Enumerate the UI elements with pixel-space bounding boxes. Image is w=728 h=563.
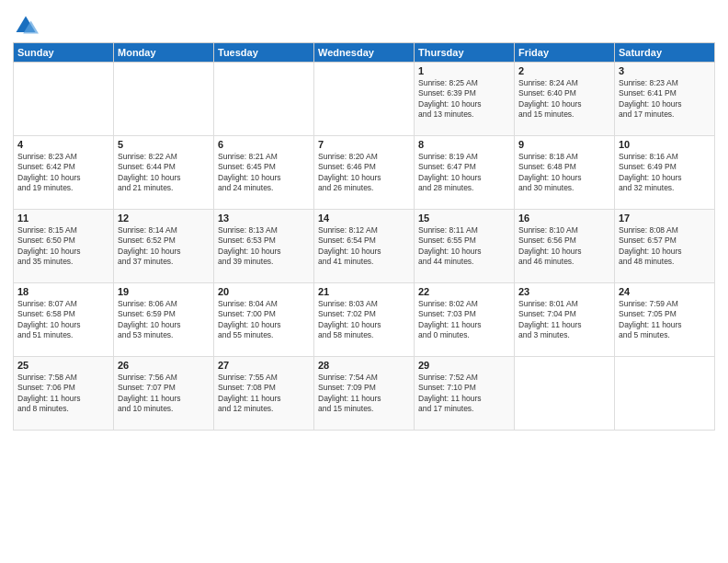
day-cell bbox=[615, 357, 715, 431]
day-info: Sunrise: 8:18 AM Sunset: 6:48 PM Dayligh… bbox=[518, 152, 610, 194]
day-number: 21 bbox=[318, 286, 410, 297]
header-row: SundayMondayTuesdayWednesdayThursdayFrid… bbox=[14, 43, 715, 63]
day-info: Sunrise: 8:19 AM Sunset: 6:47 PM Dayligh… bbox=[418, 152, 510, 194]
day-number: 18 bbox=[17, 286, 109, 297]
day-cell: 2Sunrise: 8:24 AM Sunset: 6:40 PM Daylig… bbox=[515, 63, 615, 136]
day-number: 3 bbox=[619, 65, 711, 76]
day-cell: 18Sunrise: 8:07 AM Sunset: 6:58 PM Dayli… bbox=[14, 283, 114, 357]
day-cell: 7Sunrise: 8:20 AM Sunset: 6:46 PM Daylig… bbox=[314, 136, 415, 210]
day-info: Sunrise: 8:06 AM Sunset: 6:59 PM Dayligh… bbox=[118, 299, 210, 341]
day-cell: 12Sunrise: 8:14 AM Sunset: 6:52 PM Dayli… bbox=[114, 210, 214, 283]
day-number: 2 bbox=[518, 65, 610, 76]
day-info: Sunrise: 8:13 AM Sunset: 6:53 PM Dayligh… bbox=[218, 225, 310, 268]
col-header-wednesday: Wednesday bbox=[314, 43, 415, 63]
day-cell: 21Sunrise: 8:03 AM Sunset: 7:02 PM Dayli… bbox=[314, 283, 415, 357]
day-number: 26 bbox=[118, 360, 210, 371]
day-number: 7 bbox=[318, 139, 410, 150]
day-cell: 5Sunrise: 8:22 AM Sunset: 6:44 PM Daylig… bbox=[114, 136, 214, 210]
day-info: Sunrise: 7:58 AM Sunset: 7:06 PM Dayligh… bbox=[17, 373, 109, 415]
week-row-3: 11Sunrise: 8:15 AM Sunset: 6:50 PM Dayli… bbox=[14, 210, 715, 283]
header bbox=[13, 9, 715, 39]
day-info: Sunrise: 8:25 AM Sunset: 6:39 PM Dayligh… bbox=[418, 78, 510, 121]
day-cell bbox=[214, 63, 314, 136]
day-info: Sunrise: 8:12 AM Sunset: 6:54 PM Dayligh… bbox=[318, 225, 410, 268]
col-header-friday: Friday bbox=[515, 43, 615, 63]
day-cell: 20Sunrise: 8:04 AM Sunset: 7:00 PM Dayli… bbox=[214, 283, 314, 357]
day-info: Sunrise: 8:01 AM Sunset: 7:04 PM Dayligh… bbox=[518, 299, 610, 341]
day-number: 14 bbox=[318, 213, 410, 224]
day-cell: 3Sunrise: 8:23 AM Sunset: 6:41 PM Daylig… bbox=[615, 63, 715, 136]
day-number: 13 bbox=[218, 213, 310, 224]
day-info: Sunrise: 7:54 AM Sunset: 7:09 PM Dayligh… bbox=[318, 373, 410, 415]
day-cell: 11Sunrise: 8:15 AM Sunset: 6:50 PM Dayli… bbox=[14, 210, 114, 283]
day-number: 29 bbox=[418, 360, 510, 371]
day-number: 20 bbox=[218, 286, 310, 297]
day-cell: 23Sunrise: 8:01 AM Sunset: 7:04 PM Dayli… bbox=[515, 283, 615, 357]
week-row-4: 18Sunrise: 8:07 AM Sunset: 6:58 PM Dayli… bbox=[14, 283, 715, 357]
day-info: Sunrise: 8:15 AM Sunset: 6:50 PM Dayligh… bbox=[17, 225, 109, 268]
day-cell: 24Sunrise: 7:59 AM Sunset: 7:05 PM Dayli… bbox=[615, 283, 715, 357]
day-number: 6 bbox=[218, 139, 310, 150]
day-cell bbox=[14, 63, 114, 136]
day-cell: 15Sunrise: 8:11 AM Sunset: 6:55 PM Dayli… bbox=[415, 210, 515, 283]
day-number: 1 bbox=[418, 65, 510, 76]
day-info: Sunrise: 7:56 AM Sunset: 7:07 PM Dayligh… bbox=[118, 373, 210, 415]
day-cell: 9Sunrise: 8:18 AM Sunset: 6:48 PM Daylig… bbox=[515, 136, 615, 210]
day-info: Sunrise: 8:04 AM Sunset: 7:00 PM Dayligh… bbox=[218, 299, 310, 341]
day-cell: 8Sunrise: 8:19 AM Sunset: 6:47 PM Daylig… bbox=[415, 136, 515, 210]
day-cell: 1Sunrise: 8:25 AM Sunset: 6:39 PM Daylig… bbox=[415, 63, 515, 136]
day-cell bbox=[314, 63, 415, 136]
day-info: Sunrise: 8:07 AM Sunset: 6:58 PM Dayligh… bbox=[17, 299, 109, 341]
day-info: Sunrise: 8:21 AM Sunset: 6:45 PM Dayligh… bbox=[218, 152, 310, 194]
logo bbox=[13, 13, 40, 39]
day-info: Sunrise: 7:52 AM Sunset: 7:10 PM Dayligh… bbox=[418, 373, 510, 415]
day-info: Sunrise: 8:03 AM Sunset: 7:02 PM Dayligh… bbox=[318, 299, 410, 341]
col-header-saturday: Saturday bbox=[615, 43, 715, 63]
week-row-5: 25Sunrise: 7:58 AM Sunset: 7:06 PM Dayli… bbox=[14, 357, 715, 431]
day-info: Sunrise: 8:20 AM Sunset: 6:46 PM Dayligh… bbox=[318, 152, 410, 194]
week-row-1: 1Sunrise: 8:25 AM Sunset: 6:39 PM Daylig… bbox=[14, 63, 715, 136]
day-number: 24 bbox=[619, 286, 711, 297]
day-number: 23 bbox=[518, 286, 610, 297]
day-cell: 6Sunrise: 8:21 AM Sunset: 6:45 PM Daylig… bbox=[214, 136, 314, 210]
col-header-monday: Monday bbox=[114, 43, 214, 63]
day-cell: 26Sunrise: 7:56 AM Sunset: 7:07 PM Dayli… bbox=[114, 357, 214, 431]
day-number: 12 bbox=[118, 213, 210, 224]
day-number: 28 bbox=[318, 360, 410, 371]
day-info: Sunrise: 8:14 AM Sunset: 6:52 PM Dayligh… bbox=[118, 225, 210, 268]
main-container: SundayMondayTuesdayWednesdayThursdayFrid… bbox=[0, 0, 728, 440]
day-info: Sunrise: 8:22 AM Sunset: 6:44 PM Dayligh… bbox=[118, 152, 210, 194]
day-number: 11 bbox=[17, 213, 109, 224]
day-number: 22 bbox=[418, 286, 510, 297]
day-info: Sunrise: 8:10 AM Sunset: 6:56 PM Dayligh… bbox=[518, 225, 610, 268]
col-header-tuesday: Tuesday bbox=[214, 43, 314, 63]
day-number: 19 bbox=[118, 286, 210, 297]
day-number: 17 bbox=[619, 213, 711, 224]
day-cell: 29Sunrise: 7:52 AM Sunset: 7:10 PM Dayli… bbox=[415, 357, 515, 431]
day-number: 5 bbox=[118, 139, 210, 150]
col-header-sunday: Sunday bbox=[14, 43, 114, 63]
day-info: Sunrise: 8:11 AM Sunset: 6:55 PM Dayligh… bbox=[418, 225, 510, 268]
day-cell: 27Sunrise: 7:55 AM Sunset: 7:08 PM Dayli… bbox=[214, 357, 314, 431]
day-cell: 17Sunrise: 8:08 AM Sunset: 6:57 PM Dayli… bbox=[615, 210, 715, 283]
logo-icon bbox=[13, 13, 39, 39]
day-info: Sunrise: 7:55 AM Sunset: 7:08 PM Dayligh… bbox=[218, 373, 310, 415]
day-cell: 25Sunrise: 7:58 AM Sunset: 7:06 PM Dayli… bbox=[14, 357, 114, 431]
day-info: Sunrise: 8:23 AM Sunset: 6:41 PM Dayligh… bbox=[619, 78, 711, 121]
day-cell bbox=[515, 357, 615, 431]
day-cell: 28Sunrise: 7:54 AM Sunset: 7:09 PM Dayli… bbox=[314, 357, 415, 431]
week-row-2: 4Sunrise: 8:23 AM Sunset: 6:42 PM Daylig… bbox=[14, 136, 715, 210]
day-number: 16 bbox=[518, 213, 610, 224]
day-number: 4 bbox=[17, 139, 109, 150]
day-number: 27 bbox=[218, 360, 310, 371]
day-number: 9 bbox=[518, 139, 610, 150]
day-number: 10 bbox=[619, 139, 711, 150]
day-info: Sunrise: 8:02 AM Sunset: 7:03 PM Dayligh… bbox=[418, 299, 510, 341]
day-cell: 16Sunrise: 8:10 AM Sunset: 6:56 PM Dayli… bbox=[515, 210, 615, 283]
day-cell: 19Sunrise: 8:06 AM Sunset: 6:59 PM Dayli… bbox=[114, 283, 214, 357]
col-header-thursday: Thursday bbox=[415, 43, 515, 63]
day-cell: 22Sunrise: 8:02 AM Sunset: 7:03 PM Dayli… bbox=[415, 283, 515, 357]
day-cell bbox=[114, 63, 214, 136]
day-info: Sunrise: 8:16 AM Sunset: 6:49 PM Dayligh… bbox=[619, 152, 711, 194]
day-cell: 13Sunrise: 8:13 AM Sunset: 6:53 PM Dayli… bbox=[214, 210, 314, 283]
